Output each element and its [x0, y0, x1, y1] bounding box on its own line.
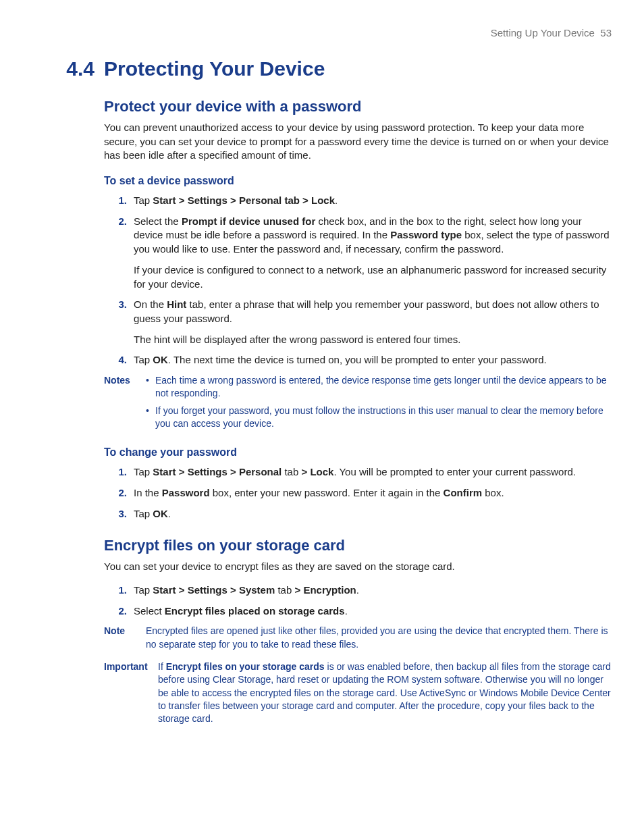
step-text: Tap Start > Settings > Personal tab > Lo… [134, 465, 612, 479]
step-text: In the Password box, enter your new pass… [134, 486, 612, 500]
list-item: 1. Tap Start > Settings > Personal tab >… [104, 194, 612, 208]
step-text: Select Encrypt files placed on storage c… [134, 604, 612, 619]
step-number: 3. [104, 507, 134, 521]
procedure-heading: To change your password [104, 446, 612, 459]
step-number: 1. [104, 194, 134, 208]
step-text: Select the Prompt if device unused for c… [134, 215, 612, 291]
step-number: 1. [104, 465, 134, 479]
step-number: 2. [104, 486, 134, 500]
list-item: 3. Tap OK. [104, 507, 612, 521]
ordered-list: 1. Tap Start > Settings > Personal tab >… [104, 194, 612, 367]
chapter-name: Setting Up Your Device [491, 27, 595, 38]
step-number: 4. [104, 353, 134, 367]
step-number: 2. [104, 604, 134, 619]
step-number: 2. [104, 215, 134, 229]
callout-body: If Encrypt files on your storage cards i… [158, 660, 612, 726]
list-item: 1. Tap Start > Settings > System tab > E… [104, 583, 612, 598]
page-number: 53 [600, 27, 612, 38]
step-text: Tap Start > Settings > System tab > Encr… [134, 583, 612, 598]
running-header: Setting Up Your Device 53 [32, 27, 612, 38]
section-heading: 4.4 Protecting Your Device [62, 57, 612, 80]
callout-label: Notes [104, 374, 146, 387]
ordered-list: 1. Tap Start > Settings > Personal tab >… [104, 465, 612, 521]
list-item: 2. Select the Prompt if device unused fo… [104, 215, 612, 291]
paragraph: You can prevent unauthorized access to y… [104, 121, 612, 163]
list-item: 2. Select Encrypt files placed on storag… [104, 604, 612, 619]
ordered-list: 1. Tap Start > Settings > System tab > E… [104, 583, 612, 618]
note-item: If you forget your password, you must fo… [146, 405, 612, 431]
callout-body: Each time a wrong password is entered, t… [146, 374, 612, 434]
step-text: Tap OK. The next time the device is turn… [134, 353, 612, 367]
step-text: Tap OK. [134, 507, 612, 521]
list-item: 3. On the Hint tab, enter a phrase that … [104, 298, 612, 346]
paragraph: You can set your device to encrypt files… [104, 560, 612, 574]
step-text: On the Hint tab, enter a phrase that wil… [134, 298, 612, 346]
note-callout: Note Encrypted files are opened just lik… [104, 625, 612, 651]
callout-body: Encrypted files are opened just like oth… [146, 625, 612, 651]
step-text: Tap Start > Settings > Personal tab > Lo… [134, 194, 612, 208]
step-number: 1. [104, 583, 134, 598]
callout-label: Note [104, 625, 146, 637]
list-item: 4. Tap OK. The next time the device is t… [104, 353, 612, 367]
subsection-heading: Encrypt files on your storage card [104, 537, 612, 554]
important-callout: Important If Encrypt files on your stora… [104, 660, 612, 726]
step-number: 3. [104, 298, 134, 312]
content: Protect your device with a password You … [104, 98, 612, 726]
callout-label: Important [104, 660, 158, 673]
note-item: Each time a wrong password is entered, t… [146, 374, 612, 400]
notes-callout: Notes Each time a wrong password is ente… [104, 374, 612, 434]
list-item: 2. In the Password box, enter your new p… [104, 486, 612, 500]
section-number: 4.4 [62, 57, 104, 80]
document-page: Setting Up Your Device 53 4.4 Protecting… [0, 0, 644, 776]
section-title: Protecting Your Device [104, 57, 325, 80]
procedure-heading: To set a device password [104, 175, 612, 187]
list-item: 1. Tap Start > Settings > Personal tab >… [104, 465, 612, 479]
subsection-heading: Protect your device with a password [104, 98, 612, 115]
